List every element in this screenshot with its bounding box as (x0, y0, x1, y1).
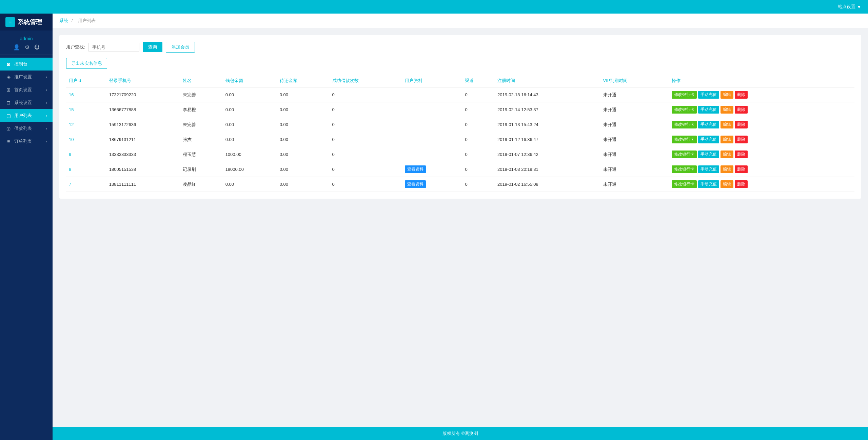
manual-recharge-button[interactable]: 手动充值 (698, 165, 719, 173)
users-table: 用户id 登录手机号 姓名 钱包余额 待还金额 成功借款次数 用户资料 渠道 注… (66, 74, 854, 192)
cell-reg-time: 2019-01-13 15:43:24 (495, 117, 600, 132)
edit-bank-card-button[interactable]: 修改银行卡 (672, 165, 697, 173)
edit-bank-card-button[interactable]: 修改银行卡 (672, 151, 697, 158)
cell-profile (402, 117, 462, 132)
sidebar-item-orders[interactable]: ≡ 订单列表 › (0, 135, 53, 148)
edit-button[interactable]: 编辑 (721, 151, 733, 158)
user-id-link[interactable]: 9 (69, 152, 71, 157)
manual-recharge-button[interactable]: 手动充值 (698, 106, 719, 114)
edit-button[interactable]: 编辑 (721, 165, 733, 173)
menu-toggle-icon[interactable]: ≡ (5, 17, 15, 27)
view-profile-button[interactable]: 查看资料 (405, 180, 426, 188)
view-profile-button[interactable]: 查看资料 (405, 165, 426, 173)
export-button[interactable]: 导出未实名信息 (66, 58, 107, 69)
table-row: 1018679131211张杰0.000.00002019-01-12 16:3… (66, 132, 854, 147)
sidebar-item-promo[interactable]: ◈ 推广设置 › (0, 71, 53, 83)
user-id-link[interactable]: 8 (69, 167, 71, 172)
breadcrumb-current: 用户列表 (78, 18, 96, 23)
main-layout: ≡ 系统管理 admin 👤 ⚙ ⏻ ◙ 控制台 ◈ 推广设置 (0, 14, 868, 440)
delete-button[interactable]: 删除 (735, 151, 748, 158)
cell-actions: 修改银行卡手动充值编辑删除 (669, 102, 854, 117)
edit-bank-card-button[interactable]: 修改银行卡 (672, 121, 697, 128)
sidebar-item-home[interactable]: ⊞ 首页设置 › (0, 83, 53, 96)
cell-pending: 0.00 (277, 132, 330, 147)
user-profile-icon[interactable]: 👤 (13, 44, 20, 51)
manual-recharge-button[interactable]: 手动充值 (698, 180, 719, 188)
sidebar-username: admin (20, 36, 33, 41)
site-settings-btn[interactable]: 站点设置 ▼ (838, 4, 861, 10)
cell-profile (402, 132, 462, 147)
col-user-id: 用户id (66, 74, 106, 87)
delete-button[interactable]: 删除 (735, 165, 748, 173)
user-logout-icon[interactable]: ⏻ (34, 44, 40, 51)
sidebar-item-dashboard[interactable]: ◙ 控制台 (0, 58, 53, 71)
user-id-link[interactable]: 15 (69, 107, 74, 112)
sidebar-item-system[interactable]: ⊟ 系统设置 › (0, 96, 53, 109)
col-vip-expire: VIP到期时间 (600, 74, 669, 87)
main-content: 系统 / 用户列表 用户查找: 查询 添加会员 导出未实名信息 (53, 14, 868, 440)
cell-vip-expire: 未开通 (600, 117, 669, 132)
cell-pending: 0.00 (277, 162, 330, 177)
user-id-link[interactable]: 16 (69, 92, 74, 97)
edit-button[interactable]: 编辑 (721, 91, 733, 99)
edit-button[interactable]: 编辑 (721, 180, 733, 188)
edit-button[interactable]: 编辑 (721, 106, 733, 114)
manual-recharge-button[interactable]: 手动充值 (698, 136, 719, 143)
cell-vip-expire: 未开通 (600, 102, 669, 117)
system-arrow-icon: › (46, 101, 47, 105)
cell-name: 程玉慧 (180, 147, 222, 162)
col-pending: 待还金额 (277, 74, 330, 87)
users-icon: ▢ (5, 113, 12, 118)
manual-recharge-button[interactable]: 手动充值 (698, 151, 719, 158)
edit-bank-card-button[interactable]: 修改银行卡 (672, 136, 697, 143)
cell-pending: 0.00 (277, 87, 330, 102)
cell-actions: 修改银行卡手动充值编辑删除 (669, 162, 854, 177)
breadcrumb-parent[interactable]: 系统 (59, 18, 68, 23)
user-id-link[interactable]: 12 (69, 122, 74, 127)
sidebar-item-users-label: 用户列表 (14, 113, 32, 119)
col-wallet: 钱包余额 (223, 74, 277, 87)
promo-icon: ◈ (5, 74, 12, 80)
cell-name: 未完善 (180, 117, 222, 132)
edit-button[interactable]: 编辑 (721, 121, 733, 128)
delete-button[interactable]: 删除 (735, 136, 748, 143)
query-button[interactable]: 查询 (143, 42, 162, 52)
sidebar-item-users[interactable]: ▢ 用户列表 › (0, 109, 53, 122)
edit-bank-card-button[interactable]: 修改银行卡 (672, 106, 697, 114)
table-row: 913333333333程玉慧1000.000.00002019-01-07 1… (66, 147, 854, 162)
user-id-link[interactable]: 7 (69, 182, 71, 187)
content-card: 用户查找: 查询 添加会员 导出未实名信息 用户id 登录手机号 姓名 (59, 35, 861, 199)
edit-bank-card-button[interactable]: 修改银行卡 (672, 180, 697, 188)
cell-vip-expire: 未开通 (600, 162, 669, 177)
cell-profile: 查看资料 (402, 162, 462, 177)
cell-vip-expire: 未开通 (600, 132, 669, 147)
add-member-button[interactable]: 添加会员 (166, 42, 195, 53)
delete-button[interactable]: 删除 (735, 91, 748, 99)
cell-reg-time: 2019-01-12 16:36:47 (495, 132, 600, 147)
user-settings-icon[interactable]: ⚙ (25, 44, 29, 51)
search-input[interactable] (88, 43, 139, 52)
delete-button[interactable]: 删除 (735, 121, 748, 128)
table-row: 713811111111凌品红0.000.000查看资料02019-01-02 … (66, 177, 854, 192)
manual-recharge-button[interactable]: 手动充值 (698, 121, 719, 128)
col-phone: 登录手机号 (106, 74, 180, 87)
cell-name: 未完善 (180, 87, 222, 102)
delete-button[interactable]: 删除 (735, 180, 748, 188)
edit-button[interactable]: 编辑 (721, 136, 733, 143)
cell-user-id: 16 (66, 87, 106, 102)
cell-actions: 修改银行卡手动充值编辑删除 (669, 132, 854, 147)
cell-loan-count: 0 (330, 117, 402, 132)
loans-arrow-icon: › (46, 126, 47, 131)
orders-icon: ≡ (5, 139, 12, 144)
breadcrumb: 系统 / 用户列表 (53, 14, 868, 28)
cell-wallet: 0.00 (223, 177, 277, 192)
manual-recharge-button[interactable]: 手动充值 (698, 91, 719, 99)
user-id-link[interactable]: 10 (69, 137, 74, 142)
sidebar-item-loans[interactable]: ◎ 借款列表 › (0, 122, 53, 135)
delete-button[interactable]: 删除 (735, 106, 748, 114)
cell-name: 张杰 (180, 132, 222, 147)
table-row: 1617321709220未完善0.000.00002019-02-18 16:… (66, 87, 854, 102)
edit-bank-card-button[interactable]: 修改银行卡 (672, 91, 697, 99)
cell-phone: 13811111111 (106, 177, 180, 192)
cell-name: 记录刷 (180, 162, 222, 177)
